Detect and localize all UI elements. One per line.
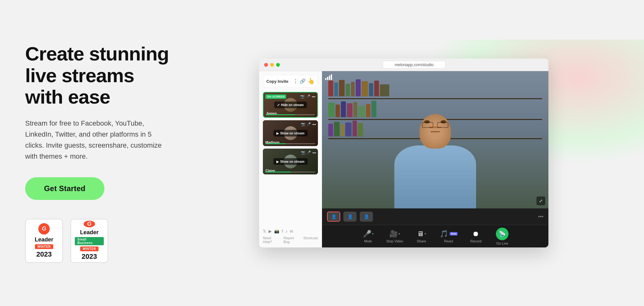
share-label: Share: [417, 239, 426, 243]
participant-card-madison: ▶ Show on stream 📷 🎤 ••• Madison: [263, 120, 318, 146]
tiktok-icon: ♪: [286, 229, 288, 234]
record-icon: ⏺: [472, 230, 479, 238]
participant-row-more[interactable]: •••: [538, 214, 543, 219]
thumb-person-icon-2: 👤: [347, 214, 353, 219]
signal-icon: [325, 74, 332, 82]
show-label-madison: Show on stream: [280, 132, 304, 135]
twitter-icon: 𝕏: [263, 229, 266, 234]
toolbar: 🎤 ▾ Mute 🎥 ▾ Stop Video: [322, 225, 548, 247]
badge-year-2: 2023: [82, 252, 97, 261]
stop-video-caret: ▾: [398, 232, 400, 235]
participant-thumb-1[interactable]: 👤: [327, 212, 340, 222]
g2-logo-1: G: [38, 223, 50, 235]
svg-rect-0: [325, 78, 326, 80]
badge-leader-2: Leader: [80, 229, 98, 236]
minimize-dot: [270, 63, 274, 67]
person-body: [394, 145, 476, 208]
fullscreen-button[interactable]: ⤢: [536, 196, 545, 205]
mute-label: Mute: [364, 239, 372, 243]
get-started-button[interactable]: Get Started: [25, 177, 104, 200]
left-panel: Create stunning live streams with ease S…: [25, 43, 189, 263]
page-wrapper: Create stunning live streams with ease S…: [0, 0, 644, 306]
card-controls-claire: 📷 🎤 •••: [301, 150, 316, 155]
mute-caret: ▾: [372, 232, 374, 235]
svg-rect-1: [327, 77, 328, 80]
stop-video-tool[interactable]: 🎥 ▾ Stop Video: [386, 230, 403, 243]
stop-video-icon-wrap: 🎥 ▾: [389, 230, 400, 238]
card-controls-madison: 📷 🎤 •••: [301, 122, 316, 126]
more-icon-madison: •••: [312, 122, 316, 126]
badge-year-1: 2023: [36, 250, 52, 258]
more-icon-james: •••: [312, 95, 315, 99]
card-controls-james: 📷 🎤 •••: [300, 94, 315, 99]
participant-card-claire: ▶ Show on stream 📷 🎤 ••• Claire: [263, 149, 318, 174]
instagram-icon: 📸: [274, 229, 279, 234]
copy-invite-bar[interactable]: Copy Invite ⋮ 🔗 👆: [263, 75, 318, 88]
mute-tool[interactable]: 🎤 ▾ Mute: [360, 230, 376, 243]
on-screen-badge-james: ON SCREEN: [265, 94, 286, 99]
hide-on-stream-btn[interactable]: ⤢ Hide on stream: [274, 102, 307, 108]
shelf-1: [328, 98, 542, 99]
maximize-dot: [276, 63, 280, 67]
hide-icon: ⤢: [277, 103, 280, 107]
sidebar-footer: Need Help? Report Bug Shortcuts: [263, 236, 318, 244]
camera-icon-madison: 📷: [301, 122, 305, 126]
person-figure: [394, 114, 476, 208]
record-label: Record: [470, 239, 481, 243]
address-pill[interactable]: melonapp.com/studio: [383, 61, 446, 69]
volume-bar-madison: [265, 143, 315, 144]
go-live-label: Go Live: [497, 241, 508, 245]
hero-title: Create stunning live streams with ease: [25, 43, 176, 108]
linkedin-icon: in: [290, 229, 293, 234]
participant-thumb-3[interactable]: 👤: [360, 212, 373, 222]
volume-fill-madison: [265, 143, 286, 144]
copy-invite-label: Copy Invite: [266, 79, 288, 84]
react-icon-wrap: 🎵 Beta: [440, 230, 458, 238]
share-icon: 🖥: [417, 230, 424, 238]
mic-icon-james: 🎤: [306, 94, 310, 99]
main-content: ⤢ 👤 👤 👤 •••: [322, 71, 548, 247]
more-icon-claire: •••: [312, 151, 316, 155]
record-icon-wrap: ⏺: [472, 230, 479, 238]
sidebar-social: 𝕏 ▶ 📸 f ♪ in: [263, 226, 318, 234]
go-live-tool[interactable]: 📡 Go Live: [494, 228, 510, 245]
participant-row: 👤 👤 👤 •••: [322, 208, 548, 225]
window-controls: [264, 63, 280, 67]
svg-rect-2: [329, 76, 330, 80]
report-link[interactable]: Report Bug: [283, 236, 301, 244]
stop-video-label: Stop Video: [386, 239, 403, 243]
close-dot: [264, 63, 268, 67]
g2-logo-2: G: [84, 221, 95, 227]
hero-subtitle: Stream for free to Facebook, YouTube, Li…: [25, 118, 170, 162]
thumb-person-icon-1: 👤: [331, 214, 336, 219]
badge-2: G Leader Small Business WINTER 2023: [70, 219, 108, 263]
share-tool[interactable]: 🖥 ▾ Share: [413, 230, 430, 243]
show-icon-madison: ▶: [276, 132, 279, 135]
badge-season-2: WINTER: [80, 246, 98, 251]
camera-icon-claire: 📷: [301, 150, 305, 155]
participant-thumb-2[interactable]: 👤: [343, 212, 357, 222]
badge-sub-2: Small Business: [75, 237, 104, 245]
more-icon: ⋮: [293, 78, 298, 84]
title-bar: melonapp.com/studio: [259, 59, 548, 71]
go-live-icon-wrap: 📡: [496, 228, 508, 240]
show-on-stream-btn-claire[interactable]: ▶ Show on stream: [273, 158, 308, 165]
hide-label: Hide on stream: [281, 103, 303, 107]
help-link[interactable]: Need Help?: [263, 236, 281, 244]
show-on-stream-btn-madison[interactable]: ▶ Show on stream: [273, 130, 308, 137]
link-icon: 🔗: [300, 78, 306, 84]
participant-card-james: ON SCREEN ⤢ Hide on stream 📷 🎤 ••• James: [263, 92, 318, 118]
svg-rect-3: [331, 74, 332, 80]
shortcuts-link[interactable]: Shortcuts: [303, 236, 318, 244]
share-icon-wrap: 🖥 ▾: [417, 230, 426, 238]
record-tool[interactable]: ⏺ Record: [468, 230, 484, 243]
mic-icon-claire: 🎤: [307, 150, 311, 155]
mute-icon: 🎤: [363, 230, 371, 238]
address-bar: melonapp.com/studio: [285, 61, 543, 69]
video-feed: ⤢: [322, 71, 548, 208]
facebook-icon: f: [282, 229, 283, 234]
youtube-icon: ▶: [269, 229, 272, 234]
react-icon: 🎵: [440, 230, 448, 238]
react-tool[interactable]: 🎵 Beta React: [440, 230, 458, 243]
app-body: Copy Invite ⋮ 🔗 👆 ON SCREEN: [259, 71, 548, 247]
